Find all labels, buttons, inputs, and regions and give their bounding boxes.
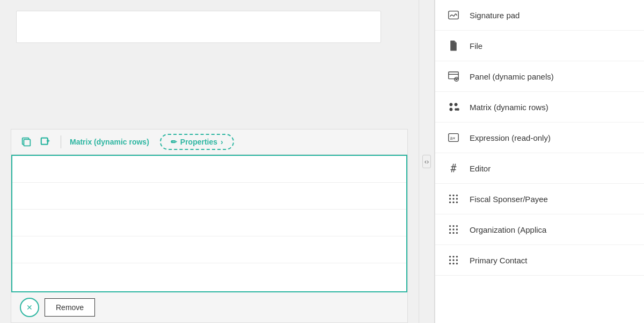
editor-wrapper: Matrix (dynamic rows) ✏ Properties › ✕ bbox=[0, 113, 419, 323]
matrix-row-4 bbox=[12, 236, 406, 263]
svg-point-25 bbox=[456, 195, 458, 196]
file-label: File bbox=[470, 41, 482, 51]
svg-point-46 bbox=[456, 259, 458, 261]
svg-point-32 bbox=[449, 225, 451, 227]
organization-icon bbox=[446, 222, 461, 237]
svg-point-23 bbox=[449, 195, 451, 196]
expression-label: Expression (read-only) bbox=[470, 133, 551, 142]
sidebar-item-editor[interactable]: Editor bbox=[435, 153, 644, 184]
sidebar-item-file[interactable]: File bbox=[435, 31, 644, 61]
svg-point-30 bbox=[452, 202, 454, 203]
x-icon: ✕ bbox=[26, 303, 33, 312]
svg-point-39 bbox=[452, 232, 454, 234]
panel-dynamic-icon bbox=[446, 69, 461, 84]
editor-icon bbox=[446, 161, 461, 176]
remove-button[interactable]: Remove bbox=[45, 298, 95, 317]
svg-rect-1 bbox=[24, 139, 30, 146]
expression-icon: a× bbox=[446, 130, 461, 145]
text-input-box[interactable] bbox=[16, 11, 381, 43]
svg-point-38 bbox=[449, 232, 451, 234]
svg-point-35 bbox=[449, 228, 451, 230]
svg-point-44 bbox=[449, 259, 451, 261]
svg-point-33 bbox=[452, 225, 454, 227]
fiscal-label: Fiscal Sponser/Payee bbox=[470, 195, 548, 204]
svg-point-37 bbox=[456, 228, 458, 230]
matrix-dynamic-label: Matrix (dynamic rows) bbox=[470, 103, 548, 112]
sidebar-item-organization[interactable]: Organization (Applica bbox=[435, 214, 644, 245]
properties-button[interactable]: ✏ Properties › bbox=[160, 134, 234, 150]
matrix-row-1 bbox=[12, 156, 406, 183]
svg-point-26 bbox=[449, 198, 451, 199]
svg-point-28 bbox=[456, 198, 458, 199]
svg-point-42 bbox=[452, 256, 454, 257]
properties-label: Properties bbox=[180, 138, 217, 146]
svg-point-34 bbox=[456, 225, 458, 227]
svg-point-12 bbox=[450, 103, 452, 106]
svg-text:a×: a× bbox=[450, 135, 456, 141]
matrix-toolbar: Matrix (dynamic rows) ✏ Properties › bbox=[11, 130, 407, 155]
sidebar-item-expression[interactable]: a× Expression (read-only) bbox=[435, 123, 644, 153]
primary-contact-icon bbox=[446, 253, 461, 268]
svg-point-43 bbox=[456, 256, 458, 257]
sidebar-item-primary-contact[interactable]: Primary Contact bbox=[435, 245, 644, 276]
matrix-bottom-bar: ✕ Remove bbox=[11, 292, 407, 322]
right-panel: Signature pad File Panel (dynamic panels… bbox=[435, 0, 644, 323]
right-arrow-icon: › bbox=[427, 157, 429, 166]
matrix-component-label: Matrix (dynamic rows) bbox=[70, 138, 149, 146]
primary-contact-label: Primary Contact bbox=[470, 256, 528, 265]
svg-point-27 bbox=[452, 198, 454, 199]
copy-icon[interactable] bbox=[20, 135, 33, 148]
panel-dynamic-label: Panel (dynamic panels) bbox=[470, 72, 554, 81]
sidebar-item-matrix-dynamic[interactable]: Matrix (dynamic rows) bbox=[435, 92, 644, 123]
panel-toggle[interactable]: ‹ › bbox=[419, 0, 435, 323]
matrix-row-2 bbox=[12, 183, 406, 210]
top-section bbox=[0, 0, 419, 113]
toggle-arrows-btn[interactable]: ‹ › bbox=[422, 155, 431, 168]
matrix-row-3 bbox=[12, 210, 406, 236]
sidebar-item-panel-dynamic[interactable]: Panel (dynamic panels) bbox=[435, 61, 644, 92]
close-button[interactable]: ✕ bbox=[20, 298, 39, 317]
properties-icon: ✏ bbox=[171, 138, 177, 146]
svg-point-45 bbox=[452, 259, 454, 261]
properties-arrow: › bbox=[221, 138, 223, 146]
svg-point-14 bbox=[450, 108, 452, 111]
organization-label: Organization (Applica bbox=[470, 225, 546, 234]
svg-point-48 bbox=[452, 263, 454, 264]
toolbar-separator bbox=[61, 135, 61, 148]
add-column-icon[interactable] bbox=[39, 135, 52, 148]
sidebar-item-fiscal[interactable]: Fiscal Sponser/Payee bbox=[435, 184, 644, 214]
svg-point-40 bbox=[456, 232, 458, 234]
svg-point-41 bbox=[449, 256, 451, 257]
matrix-dynamic-icon bbox=[446, 99, 461, 114]
svg-point-24 bbox=[452, 195, 454, 196]
svg-point-47 bbox=[449, 263, 451, 264]
svg-point-31 bbox=[456, 202, 458, 203]
matrix-inner bbox=[11, 155, 407, 292]
file-icon bbox=[446, 38, 461, 53]
matrix-component: Matrix (dynamic rows) ✏ Properties › ✕ bbox=[11, 129, 408, 323]
svg-point-13 bbox=[455, 103, 457, 106]
editor-label: Editor bbox=[470, 164, 491, 173]
svg-point-36 bbox=[452, 228, 454, 230]
signature-pad-icon bbox=[446, 8, 461, 23]
fiscal-icon bbox=[446, 191, 461, 206]
sidebar-item-signature-pad[interactable]: Signature pad bbox=[435, 0, 644, 31]
svg-point-49 bbox=[456, 263, 458, 264]
signature-pad-label: Signature pad bbox=[470, 11, 519, 20]
svg-point-29 bbox=[449, 202, 451, 203]
